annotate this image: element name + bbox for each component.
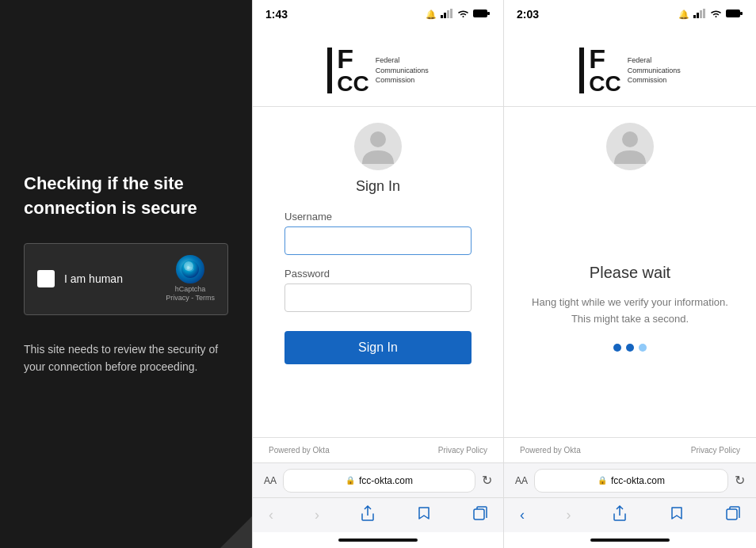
status-bar-middle: 1:43 🔔 [253, 0, 503, 29]
browser-aa-right[interactable]: AA [515, 475, 528, 486]
privacy-policy-middle[interactable]: Privacy Policy [438, 446, 487, 455]
status-icons-right: 🔔 [678, 9, 743, 20]
svg-rect-2 [441, 15, 443, 18]
password-label: Password [284, 268, 472, 280]
forward-button-middle: › [315, 507, 319, 523]
status-time-right: 2:03 [517, 8, 539, 21]
fcc-f-letter-right: FCC [579, 48, 620, 93]
battery-icon-right [726, 9, 743, 20]
reload-button-right[interactable]: ↻ [735, 473, 745, 488]
signin-button[interactable]: Sign In [284, 331, 472, 364]
hcaptcha-icon [176, 255, 204, 284]
bell-icon: 🔔 [426, 10, 437, 20]
please-wait-title: Please wait [590, 264, 670, 282]
share-button-middle[interactable] [361, 504, 375, 526]
fcc-logo-area-right: FCC Federal Communications Commission [504, 29, 756, 107]
corner-decoration [220, 516, 252, 548]
fcc-text-right: Federal Communications Commission [628, 55, 681, 86]
status-icons-middle: 🔔 [426, 9, 491, 20]
share-button-right[interactable] [613, 504, 627, 526]
privacy-policy-right[interactable]: Privacy Policy [691, 446, 740, 455]
back-button-right[interactable]: ‹ [520, 507, 525, 523]
dot-2 [626, 344, 634, 352]
svg-point-8 [370, 131, 386, 147]
bell-icon-right: 🔔 [678, 10, 689, 20]
svg-rect-11 [697, 13, 699, 18]
wifi-icon [457, 9, 469, 20]
please-wait-sub: Hang tight while we verify your informat… [532, 295, 728, 328]
wifi-icon-right [710, 9, 722, 20]
avatar-middle [354, 123, 402, 170]
username-input[interactable] [284, 226, 472, 255]
battery-icon [473, 9, 491, 20]
captcha-checkbox[interactable] [37, 270, 55, 287]
home-indicator-middle [338, 538, 418, 542]
svg-point-1 [187, 266, 190, 269]
svg-point-16 [622, 131, 638, 147]
status-time-middle: 1:43 [265, 8, 288, 21]
svg-rect-4 [447, 10, 449, 18]
security-check-body: This site needs to review the security o… [24, 341, 228, 376]
svg-rect-7 [487, 12, 490, 15]
security-check-heading: Checking if the site connection is secur… [24, 172, 228, 221]
dot-1 [613, 344, 621, 352]
signin-title: Sign In [284, 178, 472, 195]
avatar-section-right [504, 107, 756, 178]
browser-nav-middle: ‹ › [253, 497, 503, 532]
captcha-label: I am human [64, 272, 123, 285]
footer-bar-right: Powered by Okta Privacy Policy [504, 437, 756, 462]
home-bar-middle [253, 532, 503, 548]
reload-button-middle[interactable]: ↻ [482, 473, 492, 488]
svg-rect-10 [693, 15, 696, 18]
captcha-left-section: I am human [37, 270, 123, 287]
svg-rect-3 [444, 13, 446, 18]
please-wait-panel: 2:03 🔔 [504, 0, 756, 548]
lock-icon-middle: 🔒 [346, 476, 355, 485]
svg-rect-5 [450, 9, 452, 18]
browser-nav-right: ‹ › [504, 497, 756, 532]
please-wait-content: FCC Federal Communications Commission Pl… [504, 29, 756, 437]
signal-icon [441, 9, 453, 20]
url-text-right: fcc-okta.com [611, 475, 665, 486]
bookmarks-button-middle[interactable] [416, 506, 432, 524]
browser-bar-middle: AA 🔒 fcc-okta.com ↻ [253, 462, 503, 497]
powered-by-okta-middle: Powered by Okta [269, 446, 330, 455]
svg-rect-15 [740, 12, 743, 15]
loading-dots [613, 344, 647, 352]
hcaptcha-logo: hCaptcha Privacy - Terms [166, 255, 215, 303]
signin-form-area: Sign In Username Password Sign In [253, 178, 503, 437]
svg-rect-13 [703, 9, 705, 18]
password-input[interactable] [284, 284, 472, 312]
signin-content: FCC Federal Communications Commission Si… [253, 29, 503, 437]
fcc-logo-area-middle: FCC Federal Communications Commission [253, 29, 503, 107]
browser-bar-right: AA 🔒 fcc-okta.com ↻ [504, 462, 756, 497]
url-box-right[interactable]: 🔒 fcc-okta.com [534, 469, 728, 493]
tabs-button-right[interactable] [726, 506, 740, 524]
powered-by-okta-right: Powered by Okta [520, 446, 581, 455]
bookmarks-button-right[interactable] [669, 506, 685, 524]
hcaptcha-text: hCaptcha Privacy - Terms [166, 285, 215, 303]
username-group: Username [284, 211, 472, 255]
dot-3 [639, 344, 647, 352]
username-label: Username [284, 211, 472, 223]
forward-button-right: › [567, 507, 571, 523]
captcha-widget[interactable]: I am human hCaptc [24, 243, 228, 315]
footer-bar-middle: Powered by Okta Privacy Policy [253, 437, 503, 462]
url-box-middle[interactable]: 🔒 fcc-okta.com [283, 469, 475, 493]
svg-rect-9 [474, 509, 484, 519]
svg-rect-17 [727, 509, 737, 519]
svg-rect-14 [726, 10, 740, 17]
password-group: Password [284, 268, 472, 312]
home-indicator-right [590, 538, 670, 542]
back-button-middle[interactable]: ‹ [269, 507, 273, 523]
avatar-right [606, 123, 654, 170]
tabs-button-middle[interactable] [473, 506, 487, 524]
fcc-logo-middle: FCC Federal Communications Commission [327, 48, 428, 93]
svg-rect-6 [473, 10, 487, 17]
fcc-f-letter: FCC [327, 48, 368, 93]
fcc-text-middle: Federal Communications Commission [376, 55, 429, 86]
svg-rect-12 [700, 10, 702, 18]
browser-aa-middle[interactable]: AA [264, 475, 277, 486]
security-check-panel: Checking if the site connection is secur… [0, 0, 252, 548]
signal-icon-right [693, 9, 706, 20]
